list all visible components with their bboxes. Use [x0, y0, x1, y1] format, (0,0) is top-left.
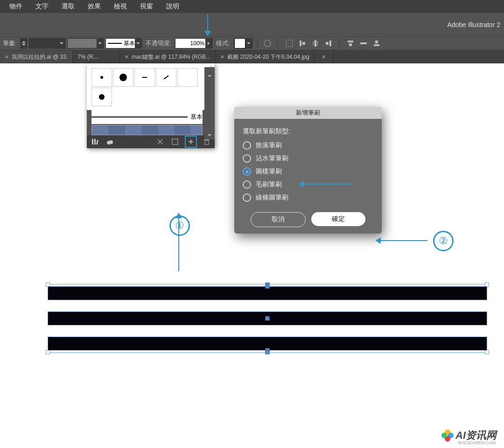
stripe-shape[interactable]	[48, 337, 487, 351]
stripe-shape[interactable]	[48, 286, 487, 300]
align-left-icon[interactable]	[297, 38, 308, 48]
align-to-selection-icon[interactable]	[284, 38, 294, 48]
brush-swatch[interactable]	[91, 68, 112, 87]
control-bar: 筆畫: 基本 不透明度: 100% 樣式:	[0, 36, 504, 50]
radio-icon	[243, 193, 251, 202]
option-label: 沾水筆筆刷	[256, 154, 288, 163]
menu-type[interactable]: 文字	[29, 2, 55, 11]
menu-view[interactable]: 檢視	[107, 2, 133, 11]
brush-definition-dropdown[interactable]: 基本	[105, 38, 142, 48]
stroke-color-dropdown[interactable]	[29, 38, 65, 48]
brush-type-option[interactable]: 線條圖筆刷	[243, 193, 373, 202]
svg-rect-13	[92, 139, 93, 145]
svg-rect-2	[300, 41, 301, 46]
svg-rect-20	[172, 139, 178, 145]
brush-swatch-grid	[87, 63, 215, 110]
ok-button[interactable]: 確定	[311, 212, 365, 226]
stroke-label: 筆畫:	[1, 39, 19, 48]
watermark-logo-icon	[441, 429, 454, 441]
style-label: 樣式:	[214, 39, 232, 48]
cancel-button[interactable]: 取消	[251, 212, 306, 227]
brush-type-option[interactable]: 散落筆刷	[243, 141, 373, 150]
annotation-step-2: ②	[433, 231, 454, 251]
align-vcenter-icon[interactable]	[358, 38, 369, 48]
document-tab[interactable]: ✕ 我用以拉拉的.ai @ 33.	[0, 50, 73, 63]
opacity-field[interactable]: 100%	[175, 38, 212, 48]
divider	[277, 39, 278, 48]
menu-help[interactable]: 說明	[160, 2, 186, 11]
annotation-arrow-brush-dropdown	[207, 14, 208, 35]
tab-label: mac鍵盤.ai @ 117.84% (RGB...	[132, 53, 210, 61]
brush-type-option[interactable]: 毛刷筆刷	[243, 180, 373, 189]
align-right-icon[interactable]	[323, 38, 334, 48]
document-tab[interactable]: ✕ 截圖 2020-04-20 下午6.04.04.jpg	[216, 50, 314, 63]
panel-scrollbar[interactable]	[204, 67, 215, 139]
stroke-weight-stepper[interactable]	[21, 38, 27, 48]
new-brush-dialog: 新增筆刷 選取新筆刷類型: 散落筆刷 沾水筆筆刷 圖樣筆刷 毛刷筆刷 線條圖筆刷	[234, 107, 382, 234]
svg-rect-23	[205, 140, 209, 145]
close-icon[interactable]: ✕	[220, 54, 224, 60]
radio-icon	[243, 154, 251, 163]
dialog-subtitle: 選取新筆刷類型:	[243, 127, 373, 136]
graphic-style-dropdown[interactable]	[234, 38, 252, 48]
svg-rect-1	[286, 40, 293, 47]
svg-point-17	[109, 140, 113, 144]
tab-label: 7% (R...	[77, 54, 98, 60]
brush-libraries-icon[interactable]	[90, 137, 100, 147]
brush-pattern-row[interactable]	[91, 125, 203, 135]
svg-rect-7	[326, 42, 329, 45]
align-top-icon[interactable]	[345, 38, 356, 48]
brushes-panel: ≣ 基本	[87, 63, 215, 148]
brush-type-option[interactable]: 圖樣筆刷	[243, 167, 373, 176]
menubar: 物件 文字 選取 效果 檢視 視窗 說明	[0, 0, 504, 13]
variable-width-profile-dropdown[interactable]	[67, 38, 104, 48]
selected-artwork[interactable]	[48, 284, 487, 353]
close-icon[interactable]: ✕	[125, 54, 129, 60]
brushes-panel-footer	[87, 135, 215, 148]
close-icon[interactable]: ✕	[322, 54, 326, 60]
svg-rect-6	[329, 41, 331, 46]
menu-effect[interactable]: 效果	[81, 2, 107, 11]
annotation-arrow-ok	[376, 240, 427, 241]
menu-window[interactable]: 視窗	[133, 2, 160, 11]
brush-swatch[interactable]	[113, 68, 133, 87]
svg-rect-24	[204, 139, 209, 140]
brush-swatch[interactable]	[156, 68, 176, 87]
document-tab-close-extra[interactable]: ✕	[315, 50, 334, 63]
align-hcenter-icon[interactable]	[310, 38, 321, 48]
document-tab[interactable]: ✕ mac鍵盤.ai @ 117.84% (RGB...	[120, 50, 216, 63]
radio-icon	[243, 167, 251, 176]
tab-label: 我用以拉拉的.ai @ 33.	[12, 53, 68, 61]
menu-object[interactable]: 物件	[3, 2, 29, 11]
canvas-area[interactable]: ≣ 基本	[0, 63, 504, 448]
opacity-label: 不透明度:	[144, 39, 174, 48]
brush-swatch[interactable]	[134, 68, 155, 87]
brush-basic-row[interactable]: 基本	[91, 110, 203, 124]
svg-rect-8	[348, 41, 353, 42]
libraries-cloud-icon[interactable]	[105, 137, 115, 147]
option-label: 線條圖筆刷	[256, 193, 288, 202]
close-icon[interactable]: ✕	[5, 54, 9, 60]
svg-rect-11	[374, 44, 379, 46]
divider	[339, 38, 340, 48]
brush-type-option[interactable]: 沾水筆筆刷	[243, 154, 373, 163]
brush-options-icon[interactable]	[170, 137, 180, 147]
svg-rect-9	[349, 43, 352, 46]
dialog-title: 新增筆刷	[234, 107, 382, 119]
recolor-artwork-icon[interactable]	[262, 38, 273, 48]
option-label: 毛刷筆刷	[256, 180, 282, 189]
brush-swatch[interactable]	[91, 88, 112, 106]
remove-brush-stroke-icon[interactable]	[155, 137, 165, 147]
new-brush-icon[interactable]	[185, 136, 197, 148]
menu-select[interactable]: 選取	[55, 2, 81, 11]
stripe-shape[interactable]	[48, 311, 487, 325]
document-tab[interactable]: 7% (R...	[73, 50, 120, 63]
svg-rect-4	[315, 40, 316, 47]
svg-rect-14	[94, 139, 96, 145]
svg-rect-3	[302, 42, 305, 45]
align-bottom-icon[interactable]	[371, 38, 382, 48]
app-title: Adobe Illustrator 2	[447, 21, 500, 28]
svg-rect-10	[360, 42, 367, 44]
brush-swatch[interactable]	[177, 68, 198, 87]
annotation-arrow-pattern-brush	[300, 184, 352, 185]
